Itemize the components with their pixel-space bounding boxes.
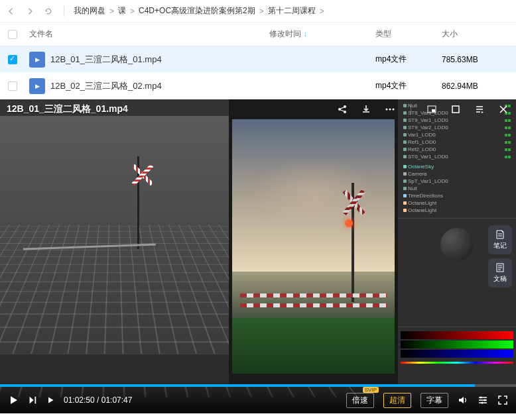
next-button[interactable] [28, 395, 37, 405]
column-header-date[interactable]: 修改时间 ↓ [269, 28, 375, 40]
svg-point-12 [482, 402, 484, 404]
download-button[interactable] [360, 103, 372, 115]
breadcrumb-item[interactable]: 课 [118, 5, 126, 17]
video-file-icon [29, 52, 45, 68]
settings-button[interactable] [478, 395, 488, 405]
share-button[interactable] [336, 103, 348, 115]
speed-button[interactable]: 倍速 SVIP [346, 393, 374, 408]
transcript-button[interactable]: 文稿 [488, 258, 512, 288]
svg-point-5 [393, 109, 395, 111]
select-all-checkbox[interactable] [8, 30, 17, 39]
octane-render-view [232, 119, 395, 374]
progress-bar[interactable] [0, 384, 516, 387]
nav-bar: 我的网盘 > 课 > C4D+OC高级渲染进阶案例第2期 > 第十二周课程 > [0, 0, 516, 23]
subtitle-button[interactable]: 字幕 [420, 393, 448, 408]
pip-button[interactable] [426, 103, 438, 115]
row-checkbox[interactable] [8, 55, 17, 64]
time-display: 01:02:50 / 01:07:47 [64, 395, 132, 405]
svg-point-3 [386, 109, 388, 111]
file-type: mp4文件 [375, 80, 442, 91]
table-header: 文件名 修改时间 ↓ 类型 大小 [0, 23, 516, 46]
video-title: 12B_01_三渲二风格_01.mp4 [7, 103, 128, 115]
row-checkbox[interactable] [8, 81, 17, 91]
close-button[interactable] [497, 103, 509, 115]
nav-separator [64, 6, 64, 17]
svg-point-11 [484, 399, 486, 401]
nav-forward-button[interactable] [24, 5, 36, 17]
file-size: 785.63MB [442, 55, 508, 64]
breadcrumb-separator: > [109, 7, 114, 16]
video-content[interactable]: Null ST8_Var1_LOD0 ST9_Var1_LOD0 ST9_Var… [0, 99, 516, 387]
column-header-type[interactable]: 类型 [375, 28, 442, 40]
sort-arrow-icon: ↓ [304, 30, 307, 38]
svg-point-10 [480, 397, 482, 399]
file-size: 862.94MB [442, 81, 508, 91]
video-file-icon [29, 78, 45, 94]
volume-button[interactable] [458, 395, 468, 405]
breadcrumb-separator: > [259, 7, 264, 16]
svg-rect-8 [452, 106, 459, 113]
c4d-3d-viewport [0, 116, 229, 387]
table-row[interactable]: 12B_01_三渲二风格_01.mp4 mp4文件 785.63MB [0, 46, 516, 73]
quality-button[interactable]: 超清 [383, 393, 411, 408]
column-header-size[interactable]: 大小 [442, 28, 508, 40]
color-panel [398, 327, 516, 387]
material-preview [440, 228, 474, 261]
table-row[interactable]: 12B_02_三渲二风格_02.mp4 mp4文件 862.94MB [0, 73, 516, 99]
video-player: 12B_01_三渲二风格_01.mp4 [0, 99, 516, 413]
c4d-timeline [0, 354, 229, 387]
breadcrumb-item[interactable]: C4D+OC高级渲染进阶案例第2期 [139, 5, 255, 17]
breadcrumb-separator: > [130, 7, 135, 16]
svg-rect-7 [432, 109, 435, 112]
c4d-viewport-panel [0, 99, 229, 387]
breadcrumb-item[interactable]: 我的网盘 [74, 5, 105, 17]
column-header-name[interactable]: 文件名 [24, 28, 269, 40]
more-button[interactable] [384, 103, 396, 115]
side-float-buttons: 笔记 文稿 [488, 225, 512, 288]
breadcrumb-separator: > [320, 7, 324, 16]
notes-button[interactable]: 笔记 [488, 225, 512, 254]
file-name[interactable]: 12B_02_三渲二风格_02.mp4 [50, 80, 269, 92]
video-title-bar: 12B_01_三渲二风格_01.mp4 [0, 99, 516, 119]
nav-back-button[interactable] [5, 5, 17, 17]
svg-point-4 [389, 109, 391, 111]
c4d-render-panel [229, 99, 398, 387]
file-type: mp4文件 [375, 54, 442, 65]
file-name[interactable]: 12B_01_三渲二风格_01.mp4 [50, 54, 269, 66]
breadcrumb: 我的网盘 > 课 > C4D+OC高级渲染进阶案例第2期 > 第十二周课程 > [74, 5, 324, 17]
svip-badge: SVIP [363, 387, 379, 393]
window-button[interactable] [450, 103, 462, 115]
video-controls: 01:02:50 / 01:07:47 倍速 SVIP 超清 字幕 [0, 384, 516, 413]
playlist-button[interactable] [474, 103, 485, 115]
nav-refresh-button[interactable] [42, 5, 54, 17]
stop-button[interactable] [46, 396, 54, 404]
fullscreen-button[interactable] [497, 395, 508, 405]
play-button[interactable] [8, 395, 19, 405]
breadcrumb-item[interactable]: 第十二周课程 [268, 5, 316, 17]
title-actions [336, 103, 509, 115]
